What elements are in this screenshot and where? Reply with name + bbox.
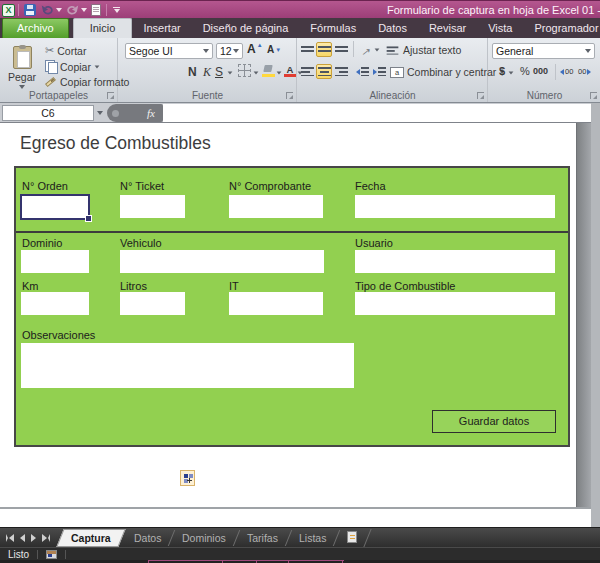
font-size-select[interactable]: 12 [216, 43, 243, 59]
borders-icon[interactable] [238, 64, 251, 77]
comma-style-button[interactable]: 000 [533, 66, 548, 76]
fill-color-dropdown-icon[interactable] [277, 71, 282, 74]
tab-programador[interactable]: Programador [523, 19, 600, 38]
it-input[interactable] [229, 292, 323, 315]
tab-datos[interactable]: Datos [367, 19, 418, 38]
orden-field-active-cell[interactable] [20, 194, 90, 220]
increase-indent-button[interactable] [371, 64, 387, 79]
font-color-icon[interactable] [284, 64, 296, 77]
sheet-tab-datos[interactable]: Datos [120, 530, 175, 546]
paste-button[interactable]: Pegar [4, 41, 40, 93]
orden-input[interactable] [22, 196, 88, 218]
format-painter-button[interactable]: Copiar formato [45, 76, 129, 88]
group-label-alignment: Alineación [298, 90, 487, 101]
tab-revisar[interactable]: Revisar [418, 19, 477, 38]
percent-button[interactable]: % [520, 65, 530, 77]
excel-logo-icon[interactable] [2, 4, 15, 17]
increase-decimal-button[interactable]: 00 [560, 67, 573, 76]
align-bottom-button[interactable] [333, 42, 349, 57]
insert-function-area[interactable]: fx [107, 104, 163, 122]
underline-dropdown-icon[interactable] [228, 71, 233, 74]
worksheet-area[interactable]: Egreso de Combustibles N° Orden N° Ticke… [0, 123, 591, 507]
sheet-tab-tarifas[interactable]: Tarifas [234, 530, 292, 546]
dominio-input[interactable] [21, 250, 89, 273]
cut-button[interactable]: Cortar [45, 44, 86, 57]
name-box[interactable]: C6 [2, 105, 94, 121]
ticket-input[interactable] [120, 195, 185, 218]
comprobante-input[interactable] [229, 195, 323, 218]
decrease-indent-button[interactable] [354, 64, 370, 79]
borders-dropdown-icon[interactable] [254, 71, 259, 74]
usuario-input[interactable] [355, 250, 555, 273]
tab-diseno-de-pagina[interactable]: Diseño de página [192, 19, 300, 38]
number-format-select[interactable]: General [492, 43, 595, 59]
customize-qat-icon[interactable] [113, 7, 120, 13]
observaciones-textarea[interactable] [21, 343, 354, 388]
align-middle-button[interactable] [316, 42, 332, 57]
print-preview-icon[interactable] [91, 4, 101, 16]
chevron-down-icon [585, 49, 591, 53]
tab-insertar[interactable]: Insertar [132, 19, 191, 38]
currency-dropdown-icon[interactable] [509, 71, 514, 74]
paste-icon [13, 46, 32, 69]
clipboard-dialog-launcher-icon[interactable] [107, 92, 114, 99]
insert-sheet-tab[interactable] [334, 529, 372, 547]
currency-button[interactable]: $ [499, 65, 505, 77]
merge-center-button[interactable]: Combinar y centrar [390, 66, 505, 78]
name-box-dropdown-icon[interactable] [97, 111, 103, 115]
undo-dropdown-icon[interactable] [56, 8, 62, 12]
copy-button[interactable]: Copiar [45, 60, 100, 73]
bold-button[interactable]: N [188, 65, 197, 79]
save-icon[interactable] [24, 4, 36, 16]
decrease-decimal-button[interactable]: 00 [578, 67, 591, 76]
align-top-button[interactable] [299, 42, 315, 57]
underline-button[interactable]: S [215, 65, 223, 79]
grow-font-button[interactable]: A▲ [247, 42, 263, 56]
last-sheet-icon[interactable] [42, 534, 50, 542]
font-family-select[interactable]: Segoe UI [125, 43, 213, 59]
tab-archivo[interactable]: Archivo [2, 18, 69, 38]
macro-record-icon[interactable] [46, 550, 57, 559]
align-right-button[interactable] [333, 64, 349, 79]
fx-icon[interactable]: fx [147, 107, 155, 119]
alignment-dialog-launcher-icon[interactable] [477, 92, 484, 99]
smart-tag-icon[interactable] [180, 470, 195, 486]
vehiculo-input[interactable] [120, 250, 324, 273]
tab-vista[interactable]: Vista [477, 19, 523, 38]
orientation-button[interactable] [358, 42, 373, 57]
copy-dropdown-icon[interactable] [95, 65, 100, 68]
tab-inicio[interactable]: Inicio [73, 18, 133, 38]
litros-input[interactable] [120, 292, 185, 315]
number-dialog-launcher-icon[interactable] [590, 92, 597, 99]
redo-icon[interactable] [66, 1, 79, 19]
wrap-text-button[interactable]: Ajustar texto [386, 44, 461, 56]
italic-button[interactable]: K [203, 65, 211, 80]
shrink-font-button[interactable]: A▼ [267, 44, 281, 55]
formula-input[interactable] [163, 104, 600, 122]
align-left-button[interactable] [299, 64, 315, 79]
sheet-tab-listas[interactable]: Listas [286, 530, 341, 546]
vertical-scrollbar[interactable] [576, 123, 591, 507]
tab-formulas[interactable]: Fórmulas [299, 19, 367, 38]
first-sheet-icon[interactable] [6, 534, 14, 542]
sheet-tab-captura[interactable]: Captura [56, 529, 125, 547]
km-input[interactable] [21, 292, 89, 315]
undo-icon[interactable] [41, 1, 54, 19]
tipo-combustible-input[interactable] [355, 292, 555, 315]
redo-dropdown-icon[interactable] [81, 8, 87, 12]
align-center-button[interactable] [316, 64, 332, 79]
save-data-button[interactable]: Guardar datos [432, 410, 556, 433]
arrow-left-icon [560, 69, 564, 75]
next-sheet-icon[interactable] [31, 534, 36, 542]
orientation-dropdown-icon[interactable] [375, 48, 380, 51]
separator-line [16, 231, 568, 233]
fecha-input[interactable] [355, 195, 555, 218]
ribbon: Pegar Cortar Copiar Copiar formato Porta… [0, 38, 600, 103]
previous-sheet-icon[interactable] [20, 534, 25, 542]
paste-dropdown-icon[interactable] [19, 85, 25, 89]
brush-icon [45, 77, 56, 87]
font-dialog-launcher-icon[interactable] [286, 92, 293, 99]
fill-color-icon[interactable] [262, 65, 275, 77]
sheet-tab-dominios[interactable]: Dominios [169, 530, 240, 546]
label-km: Km [22, 280, 39, 292]
